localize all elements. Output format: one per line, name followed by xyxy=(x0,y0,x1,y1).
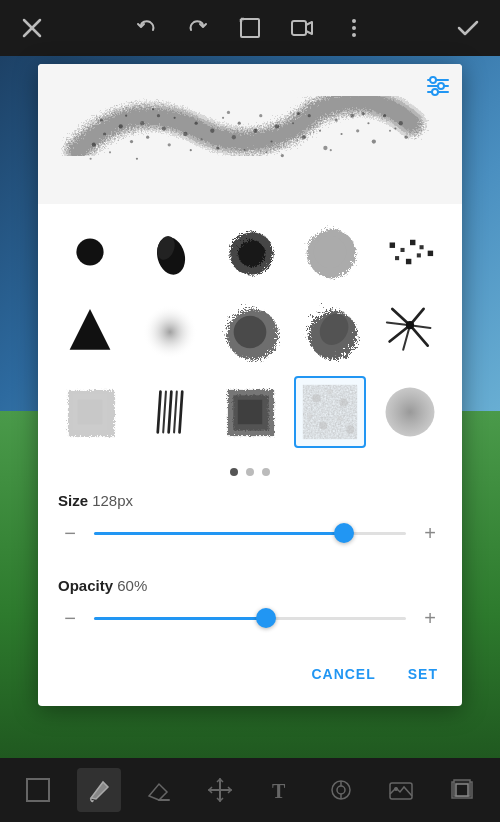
svg-point-59 xyxy=(361,112,364,115)
brush-item-12[interactable] xyxy=(134,376,206,448)
set-button[interactable]: SET xyxy=(408,662,438,686)
size-slider[interactable] xyxy=(94,532,406,535)
brush-item-4[interactable] xyxy=(294,216,366,288)
svg-point-50 xyxy=(90,158,92,160)
opacity-decrease-button[interactable]: − xyxy=(58,606,82,630)
svg-point-37 xyxy=(308,114,311,117)
cancel-button[interactable]: CANCEL xyxy=(311,662,375,686)
size-slider-row: − + xyxy=(58,521,442,545)
svg-point-115 xyxy=(386,388,435,437)
svg-point-19 xyxy=(168,143,171,146)
svg-rect-75 xyxy=(400,248,404,252)
brush-item-10[interactable] xyxy=(374,296,446,368)
size-slider-fill xyxy=(94,532,344,535)
svg-point-28 xyxy=(238,122,241,125)
svg-point-53 xyxy=(157,114,160,117)
size-increase-button[interactable]: + xyxy=(418,521,442,545)
svg-point-64 xyxy=(430,77,436,83)
svg-line-103 xyxy=(180,392,183,433)
svg-point-24 xyxy=(210,129,214,133)
svg-point-58 xyxy=(330,149,332,151)
svg-point-54 xyxy=(190,149,192,151)
svg-point-122 xyxy=(337,786,345,794)
brush-settings-dialog: Size 128px − + Opacity 60% − + CANCEL SE… xyxy=(38,64,462,706)
svg-point-73 xyxy=(314,236,347,269)
brush-item-2[interactable] xyxy=(134,216,206,288)
confirm-button[interactable] xyxy=(452,12,484,44)
dot-3[interactable] xyxy=(262,468,270,476)
svg-point-27 xyxy=(232,135,236,139)
video-button[interactable] xyxy=(286,12,318,44)
svg-point-45 xyxy=(372,139,376,143)
svg-point-65 xyxy=(438,83,444,89)
svg-point-22 xyxy=(195,122,198,125)
svg-rect-5 xyxy=(292,21,306,35)
brush-item-3[interactable] xyxy=(214,216,286,288)
svg-point-38 xyxy=(319,130,321,132)
redo-button[interactable] xyxy=(182,12,214,44)
svg-point-39 xyxy=(323,146,327,150)
opacity-value: 60% xyxy=(117,577,147,594)
svg-point-114 xyxy=(346,426,354,434)
svg-point-85 xyxy=(234,316,267,349)
more-button[interactable] xyxy=(338,12,370,44)
action-buttons: CANCEL SET xyxy=(38,650,462,690)
opacity-slider-thumb[interactable] xyxy=(256,608,276,628)
svg-point-21 xyxy=(183,132,187,136)
layers-tool[interactable] xyxy=(440,768,484,812)
svg-point-7 xyxy=(352,26,356,30)
brush-item-15[interactable] xyxy=(374,376,446,448)
svg-rect-78 xyxy=(428,251,433,256)
svg-point-29 xyxy=(244,149,246,151)
svg-point-30 xyxy=(253,129,257,133)
svg-rect-81 xyxy=(417,253,421,257)
undo-button[interactable] xyxy=(130,12,162,44)
brush-item-13[interactable] xyxy=(214,376,286,448)
svg-point-35 xyxy=(292,122,294,124)
opacity-increase-button[interactable]: + xyxy=(418,606,442,630)
opacity-slider[interactable] xyxy=(94,617,406,620)
svg-point-43 xyxy=(356,129,359,132)
dot-1[interactable] xyxy=(230,468,238,476)
svg-point-16 xyxy=(146,136,149,139)
adjust-icon[interactable] xyxy=(426,76,450,96)
svg-point-71 xyxy=(236,238,263,265)
transform-button[interactable] xyxy=(234,12,266,44)
brush-item-5[interactable] xyxy=(374,216,446,288)
svg-line-102 xyxy=(174,392,177,433)
stamp-tool[interactable] xyxy=(319,768,363,812)
brush-item-8[interactable] xyxy=(214,296,286,368)
svg-point-44 xyxy=(367,122,369,124)
svg-rect-116 xyxy=(27,779,49,801)
brush-grid xyxy=(38,204,462,460)
brush-tool[interactable] xyxy=(77,768,121,812)
svg-line-99 xyxy=(158,392,161,433)
selection-tool[interactable] xyxy=(16,768,60,812)
move-tool[interactable] xyxy=(198,768,242,812)
svg-point-83 xyxy=(143,305,197,359)
brush-item-6[interactable] xyxy=(54,296,126,368)
brush-preview-area xyxy=(38,64,462,204)
svg-point-11 xyxy=(109,151,111,153)
size-decrease-button[interactable]: − xyxy=(58,521,82,545)
svg-point-42 xyxy=(350,114,354,118)
svg-point-12 xyxy=(119,124,123,128)
svg-rect-79 xyxy=(395,256,399,260)
brush-item-14[interactable] xyxy=(294,376,366,448)
brush-item-11[interactable] xyxy=(54,376,126,448)
svg-point-23 xyxy=(200,138,202,140)
svg-point-46 xyxy=(383,114,386,117)
svg-point-67 xyxy=(76,238,103,265)
brush-item-7[interactable] xyxy=(134,296,206,368)
dot-2[interactable] xyxy=(246,468,254,476)
close-button[interactable] xyxy=(16,12,48,44)
text-tool[interactable]: T xyxy=(258,768,302,812)
brush-item-9[interactable] xyxy=(294,296,366,368)
brush-item-1[interactable] xyxy=(54,216,126,288)
svg-point-126 xyxy=(394,787,398,791)
photo-tool[interactable] xyxy=(379,768,423,812)
size-slider-thumb[interactable] xyxy=(334,523,354,543)
svg-point-55 xyxy=(227,111,230,114)
svg-point-8 xyxy=(352,33,356,37)
eraser-tool[interactable] xyxy=(137,768,181,812)
